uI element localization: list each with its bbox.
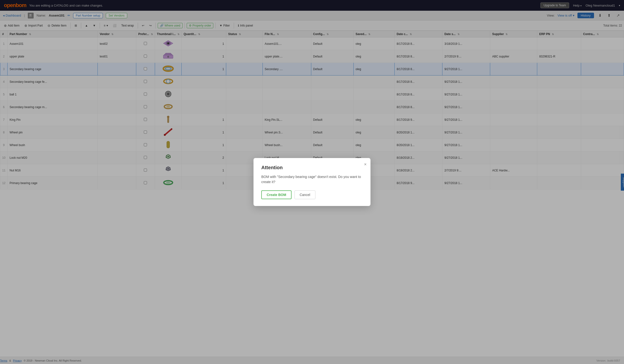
modal-message: BOM with "Secondary bearing cage" doesn'… <box>261 174 363 184</box>
create-bom-button[interactable]: Create BOM <box>261 190 291 199</box>
attention-modal: Attention × BOM with "Secondary bearing … <box>254 158 370 206</box>
cancel-button[interactable]: Cancel <box>294 190 315 199</box>
modal-overlay: Attention × BOM with "Secondary bearing … <box>0 0 624 364</box>
modal-actions: Create BOM Cancel <box>261 190 363 199</box>
modal-close-button[interactable]: × <box>364 162 366 167</box>
modal-title: Attention <box>261 165 363 170</box>
